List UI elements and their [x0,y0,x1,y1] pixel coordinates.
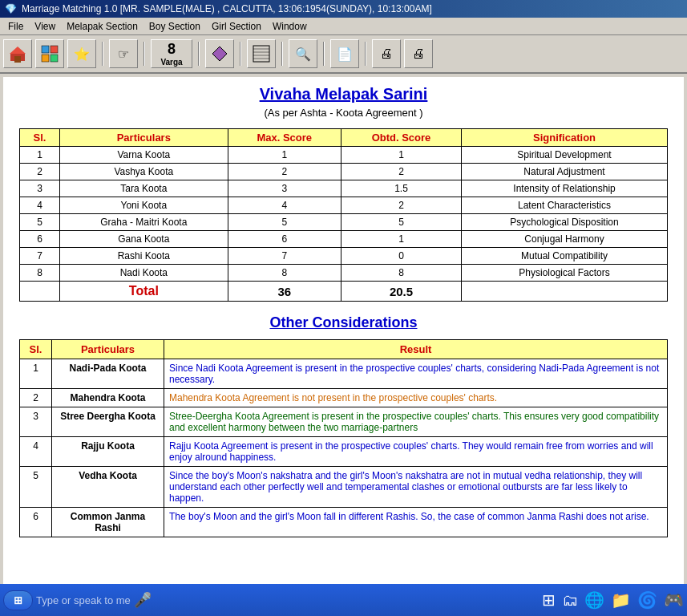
list-item: 4 Rajju Koota Rajju Koota Agreement is p… [20,437,668,467]
sl-cell: 4 [20,197,60,214]
toolbar-print2-btn[interactable]: 🖨 [404,39,433,68]
sl-cell: 7 [20,248,60,265]
table-row: 3 Tara Koota 3 1.5 Intensity of Relation… [20,180,668,197]
other-sl-cell: 5 [20,467,52,508]
max-cell: 4 [228,197,341,214]
page-subtitle: (As per Ashta - Koota Agreement ) [19,107,668,119]
sl-cell: 1 [20,147,60,164]
menu-girl[interactable]: Girl Section [207,19,266,34]
particulars-cell: Vashya Koota [60,164,228,180]
other-part-cell: Nadi-Pada Koota [52,359,164,389]
toolbar-sep5 [281,42,283,66]
other-part-cell: Vedha Koota [52,467,164,508]
toolbar-print-btn[interactable]: 🖨 [372,39,401,68]
menu-view[interactable]: View [30,19,60,34]
max-cell: 5 [228,214,341,231]
total-row: Total 36 20.5 [20,282,668,302]
obtd-cell: 1.5 [341,180,461,197]
max-cell: 3 [228,180,341,197]
toolbar-search-btn[interactable]: 🔍 [289,39,317,68]
particulars-cell: Gana Koota [60,231,228,248]
main-content: Vivaha Melapak Sarini (As per Ashta - Ko… [3,77,684,587]
max-cell: 6 [228,231,341,248]
col-sign: Signification [462,129,668,147]
menu-melapak[interactable]: Melapak Section [62,19,143,34]
sign-cell: Latent Characteristics [462,197,668,214]
other-sl-cell: 2 [20,389,52,407]
svg-rect-6 [51,55,58,62]
taskbar-icon-4[interactable]: 🌀 [637,590,657,610]
total-sign [462,282,668,302]
toolbar-varga-btn[interactable]: 8 Varga [151,39,192,68]
svg-rect-4 [51,46,58,53]
start-button[interactable]: ⊞ [3,590,33,610]
max-cell: 1 [228,147,341,164]
koota-table: Sl. Particulars Max. Score Obtd. Score S… [19,128,668,302]
svg-marker-1 [10,47,26,54]
title-bar: 💎 Marriage Matching 1.0 [MR. SAMPLE(MALE… [0,0,687,18]
toolbar-sep4 [240,42,241,66]
svg-rect-2 [14,56,21,63]
toolbar-sep2 [143,42,145,66]
taskbar-icon-1[interactable]: 🗂 [562,591,578,610]
sl-cell: 2 [20,164,60,180]
mic-icon[interactable]: 🎤 [134,591,152,609]
taskbar-icon-3[interactable]: 📁 [611,590,631,610]
toolbar-star-btn[interactable]: ⭐ [67,39,96,68]
obtd-cell: 5 [341,214,461,231]
sign-cell: Intensity of Relationship [462,180,668,197]
toolbar-hand-btn[interactable]: ☞ [109,39,138,68]
table-row: 4 Yoni Koota 4 2 Latent Characteristics [20,197,668,214]
svg-rect-3 [42,46,49,53]
obtd-cell: 8 [341,265,461,282]
sign-cell: Mutual Compatibility [462,248,668,265]
sl-cell: 6 [20,231,60,248]
svg-rect-8 [253,46,269,62]
particulars-cell: Rashi Koota [60,248,228,265]
toolbar-sep6 [323,42,325,66]
toolbar-sep3 [198,42,200,66]
taskbar-icon-2[interactable]: 🌐 [584,590,604,610]
total-max: 36 [228,282,341,302]
menu-file[interactable]: File [3,19,28,34]
max-cell: 7 [228,248,341,265]
total-sl [20,282,60,302]
other-sl-cell: 6 [20,508,52,537]
sign-cell: Natural Adjustment [462,164,668,180]
toolbar-sep7 [365,42,366,66]
title-bar-text: Marriage Matching 1.0 [MR. SAMPLE(MALE) … [22,3,432,14]
svg-rect-5 [42,55,49,62]
taskbar: ⊞ Type or speak to me 🎤 ⊞ 🗂 🌐 📁 🌀 🎮 [0,584,687,616]
taskbar-icon-0[interactable]: ⊞ [542,590,556,610]
other-part-cell: Rajju Koota [52,437,164,467]
menu-window[interactable]: Window [268,19,312,34]
total-obtd: 20.5 [341,282,461,302]
toolbar: ⭐ ☞ 8 Varga 🔍 📄 🖨 🖨 [0,35,687,74]
table-row: 7 Rashi Koota 7 0 Mutual Compatibility [20,248,668,265]
other-col-particulars: Particulars [52,340,164,359]
obtd-cell: 2 [341,164,461,180]
toolbar-grid-btn[interactable] [35,39,64,68]
list-item: 3 Stree Deergha Koota Stree-Deergha Koot… [20,407,668,437]
other-sl-cell: 1 [20,359,52,389]
toolbar-pattern-btn[interactable] [247,39,276,68]
other-result-cell: Since the boy's Moon's nakshatra and the… [164,467,668,508]
sign-cell: Physiological Factors [462,265,668,282]
toolbar-home-btn[interactable] [3,39,32,68]
col-sl: Sl. [20,129,60,147]
other-sl-cell: 3 [20,407,52,437]
sl-cell: 3 [20,180,60,197]
table-row: 8 Nadi Koota 8 8 Physiological Factors [20,265,668,282]
list-item: 1 Nadi-Pada Koota Since Nadi Koota Agree… [20,359,668,389]
other-part-cell: Common Janma Rashi [52,508,164,537]
other-considerations-heading: Other Considerations [19,314,668,331]
col-particulars: Particulars [60,129,228,147]
menu-boy[interactable]: Boy Section [144,19,205,34]
taskbar-icon-5[interactable]: 🎮 [664,590,684,610]
list-item: 5 Vedha Koota Since the boy's Moon's nak… [20,467,668,508]
toolbar-diamond-btn[interactable] [205,39,234,68]
taskbar-icons: ⊞ 🗂 🌐 📁 🌀 🎮 [542,590,684,610]
total-label: Total [60,282,228,302]
sign-cell: Psychological Disposition [462,214,668,231]
toolbar-doc-btn[interactable]: 📄 [330,39,359,68]
